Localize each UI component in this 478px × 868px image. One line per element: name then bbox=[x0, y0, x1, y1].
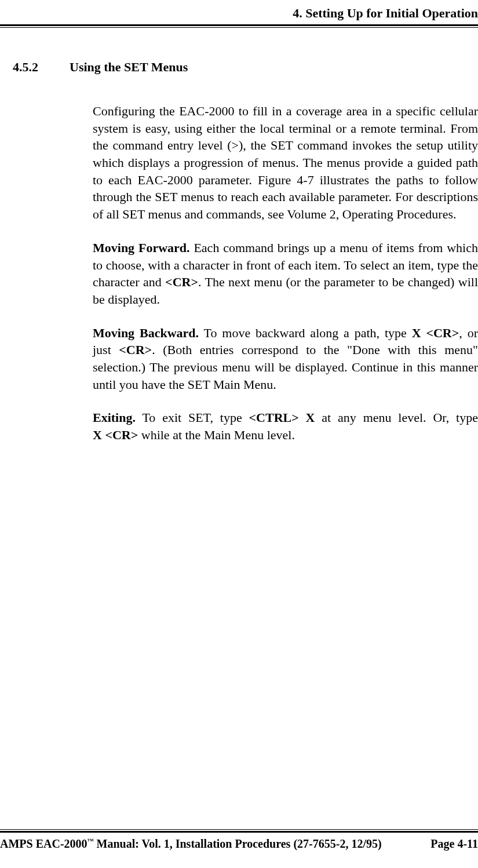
footer: AMPS EAC-2000™ Manual: Vol. 1, Installat… bbox=[0, 829, 478, 851]
para-exiting: Exiting. To exit SET, type <CTRL> X at a… bbox=[93, 409, 478, 443]
header-rule-thick bbox=[0, 24, 478, 26]
chapter-title: 4. Setting Up for Initial Operation bbox=[293, 6, 478, 20]
text-backward-1: To move backward along a path, type bbox=[199, 326, 412, 340]
content-area: 4.5.2 Using the SET Menus Configuring th… bbox=[0, 28, 478, 444]
footer-text: AMPS EAC-2000™ Manual: Vol. 1, Installat… bbox=[0, 833, 478, 851]
para-moving-forward: Moving Forward. Each command brings up a… bbox=[93, 239, 478, 308]
running-header: 4. Setting Up for Initial Operation bbox=[0, 0, 478, 24]
tm-symbol: ™ bbox=[87, 837, 94, 844]
key-cr-2: <CR> bbox=[119, 342, 152, 357]
key-x-cr: X <CR> bbox=[412, 326, 459, 340]
para-intro: Configuring the EAC-2000 to fill in a co… bbox=[93, 103, 478, 223]
footer-page: Page 4-11 bbox=[430, 837, 478, 851]
label-moving-backward: Moving Backward. bbox=[93, 326, 199, 340]
body-column: Configuring the EAC-2000 to fill in a co… bbox=[0, 103, 478, 444]
section-number: 4.5.2 bbox=[0, 60, 70, 75]
footer-manual: Manual: Vol. 1, Installation Procedures … bbox=[94, 837, 382, 850]
footer-left: AMPS EAC-2000™ Manual: Vol. 1, Installat… bbox=[0, 837, 382, 851]
para-moving-backward: Moving Backward. To move backward along … bbox=[93, 324, 478, 393]
key-ctrl-x: <CTRL> X bbox=[249, 410, 315, 425]
label-exiting: Exiting. bbox=[93, 410, 136, 425]
label-moving-forward: Moving Forward. bbox=[93, 240, 190, 255]
text-exiting-3: while at the Main Menu level. bbox=[138, 428, 295, 442]
footer-product: AMPS EAC-2000 bbox=[0, 837, 87, 850]
text-exiting-1: To exit SET, type bbox=[136, 410, 249, 425]
key-cr: <CR> bbox=[165, 275, 198, 289]
text-exiting-2: at any menu level. Or, type bbox=[315, 410, 478, 425]
key-x-cr-2: X <CR> bbox=[93, 428, 138, 442]
section-title: Using the SET Menus bbox=[70, 60, 188, 75]
footer-rule-thin bbox=[0, 829, 478, 830]
section-heading: 4.5.2 Using the SET Menus bbox=[0, 60, 478, 75]
